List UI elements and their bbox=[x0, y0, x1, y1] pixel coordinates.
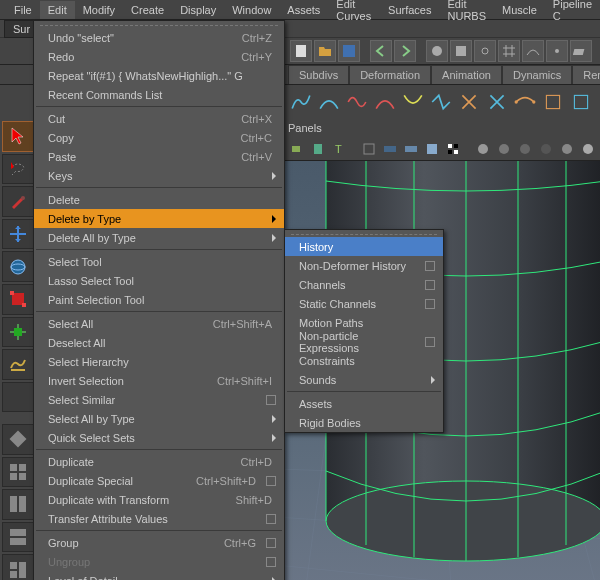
submenu-item[interactable]: History bbox=[285, 237, 443, 256]
vp-wireframe-icon[interactable] bbox=[474, 140, 492, 158]
menu-item[interactable]: Recent Commands List bbox=[34, 85, 284, 104]
curve-icon-8[interactable] bbox=[486, 91, 508, 113]
snap-point-icon[interactable] bbox=[546, 40, 568, 62]
menu-item[interactable]: Ungroup bbox=[34, 552, 284, 571]
menu-item[interactable]: Duplicate with TransformShift+D bbox=[34, 490, 284, 509]
select-mask-icon-2[interactable] bbox=[450, 40, 472, 62]
select-tool[interactable] bbox=[2, 121, 34, 152]
vp-film-gate-icon[interactable] bbox=[381, 140, 399, 158]
vp-res-gate-icon[interactable] bbox=[402, 140, 420, 158]
layout-four[interactable] bbox=[2, 457, 34, 488]
menu-item[interactable]: Keys bbox=[34, 166, 284, 185]
submenu-item[interactable]: Non-particle Expressions bbox=[285, 332, 443, 351]
submenu-item[interactable]: Sounds bbox=[285, 370, 443, 389]
menu-item[interactable]: CutCtrl+X bbox=[34, 109, 284, 128]
menu-edit-curves[interactable]: Edit Curves bbox=[328, 0, 380, 25]
curve-icon-9[interactable] bbox=[514, 91, 536, 113]
move-tool[interactable] bbox=[2, 219, 34, 250]
vp-image-plane-icon[interactable]: T bbox=[330, 140, 348, 158]
menu-item[interactable]: Undo "select"Ctrl+Z bbox=[34, 28, 284, 47]
menu-item[interactable]: Delete by Type bbox=[34, 209, 284, 228]
curve-icon-10[interactable] bbox=[542, 91, 564, 113]
curve-icon-4[interactable] bbox=[374, 91, 396, 113]
menu-item[interactable]: Deselect All bbox=[34, 333, 284, 352]
scale-tool[interactable] bbox=[2, 284, 34, 315]
menu-item[interactable]: Select All by Type bbox=[34, 409, 284, 428]
layout-single[interactable] bbox=[2, 424, 34, 455]
vp-bookmark-icon[interactable] bbox=[309, 140, 327, 158]
menu-item[interactable]: Duplicate SpecialCtrl+Shift+D bbox=[34, 471, 284, 490]
vp-shadows-icon[interactable] bbox=[579, 140, 597, 158]
menu-item[interactable]: Delete All by Type bbox=[34, 228, 284, 247]
menu-item[interactable]: DuplicateCtrl+D bbox=[34, 452, 284, 471]
shelf-tab-deformation[interactable]: Deformation bbox=[349, 65, 431, 84]
menu-item[interactable]: Select AllCtrl+Shift+A bbox=[34, 314, 284, 333]
submenu-item[interactable]: Rigid Bodies bbox=[285, 413, 443, 432]
menu-item[interactable]: Select Similar bbox=[34, 390, 284, 409]
new-scene-icon[interactable] bbox=[290, 40, 312, 62]
menu-display[interactable]: Display bbox=[172, 1, 224, 19]
lasso-tool[interactable] bbox=[2, 154, 34, 185]
curve-icon-1[interactable] bbox=[290, 91, 312, 113]
snap-grid-icon[interactable] bbox=[498, 40, 520, 62]
vp-smooth-icon[interactable] bbox=[495, 140, 513, 158]
shelf-tab-animation[interactable]: Animation bbox=[431, 65, 502, 84]
submenu-item[interactable]: Static Channels bbox=[285, 294, 443, 313]
menu-pipeline[interactable]: Pipeline C bbox=[545, 0, 600, 25]
shelf-tab-subdivs[interactable]: Subdivs bbox=[288, 65, 349, 84]
shelf-tab-rendering[interactable]: Ren bbox=[572, 65, 600, 84]
submenu-item[interactable]: Non-Deformer History bbox=[285, 256, 443, 275]
menu-item[interactable]: PasteCtrl+V bbox=[34, 147, 284, 166]
menu-modify[interactable]: Modify bbox=[75, 1, 123, 19]
layout-two-side[interactable] bbox=[2, 489, 34, 520]
menu-item[interactable]: GroupCtrl+G bbox=[34, 533, 284, 552]
curve-icon-11[interactable] bbox=[570, 91, 592, 113]
last-tool[interactable] bbox=[2, 382, 34, 413]
snap-curve-icon[interactable] bbox=[522, 40, 544, 62]
curve-icon-2[interactable] bbox=[318, 91, 340, 113]
select-mask-icon[interactable] bbox=[426, 40, 448, 62]
viewport-menu-panels[interactable]: Panels bbox=[288, 122, 322, 134]
menu-item[interactable]: Paint Selection Tool bbox=[34, 290, 284, 309]
undo-icon[interactable] bbox=[370, 40, 392, 62]
vp-select-camera-icon[interactable] bbox=[288, 140, 306, 158]
menu-item[interactable]: Delete bbox=[34, 190, 284, 209]
vp-wire-shaded-icon[interactable] bbox=[516, 140, 534, 158]
vp-safe-action-icon[interactable] bbox=[444, 140, 462, 158]
layout-three[interactable] bbox=[2, 554, 34, 580]
snap-icon[interactable] bbox=[474, 40, 496, 62]
menu-item[interactable]: Lasso Select Tool bbox=[34, 271, 284, 290]
menu-item[interactable]: Repeat "if(#1) { WhatsNewHighligh..." G bbox=[34, 66, 284, 85]
paint-select-tool[interactable] bbox=[2, 186, 34, 217]
menu-edit-nurbs[interactable]: Edit NURBS bbox=[440, 0, 495, 25]
vp-lights-icon[interactable] bbox=[558, 140, 576, 158]
shelf-tab-dynamics[interactable]: Dynamics bbox=[502, 65, 572, 84]
menu-item[interactable]: Select Hierarchy bbox=[34, 352, 284, 371]
snap-plane-icon[interactable] bbox=[570, 40, 592, 62]
curve-icon-5[interactable] bbox=[402, 91, 424, 113]
soft-mod-tool[interactable] bbox=[2, 349, 34, 380]
manipulator-tool[interactable] bbox=[2, 317, 34, 348]
menu-window[interactable]: Window bbox=[224, 1, 279, 19]
layout-two-stacked[interactable] bbox=[2, 522, 34, 553]
vp-gate-mask-icon[interactable] bbox=[423, 140, 441, 158]
menu-item[interactable]: CopyCtrl+C bbox=[34, 128, 284, 147]
vp-textured-icon[interactable] bbox=[537, 140, 555, 158]
open-scene-icon[interactable] bbox=[314, 40, 336, 62]
curve-icon-7[interactable] bbox=[458, 91, 480, 113]
menu-surfaces[interactable]: Surfaces bbox=[380, 1, 439, 19]
menu-edit[interactable]: Edit bbox=[40, 1, 75, 19]
menu-item[interactable]: Invert SelectionCtrl+Shift+I bbox=[34, 371, 284, 390]
menu-create[interactable]: Create bbox=[123, 1, 172, 19]
menu-item[interactable]: Select Tool bbox=[34, 252, 284, 271]
rotate-tool[interactable] bbox=[2, 251, 34, 282]
menu-muscle[interactable]: Muscle bbox=[494, 1, 545, 19]
menu-item[interactable]: Transfer Attribute Values bbox=[34, 509, 284, 528]
curve-icon-6[interactable] bbox=[430, 91, 452, 113]
menu-item[interactable]: Level of Detail bbox=[34, 571, 284, 580]
redo-icon[interactable] bbox=[394, 40, 416, 62]
menu-item[interactable]: Quick Select Sets bbox=[34, 428, 284, 447]
menu-assets[interactable]: Assets bbox=[279, 1, 328, 19]
menu-item[interactable]: RedoCtrl+Y bbox=[34, 47, 284, 66]
submenu-item[interactable]: Channels bbox=[285, 275, 443, 294]
